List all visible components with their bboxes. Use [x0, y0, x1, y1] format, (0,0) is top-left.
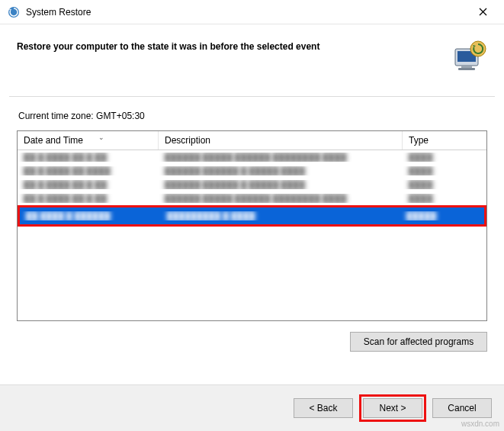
table-row-empty	[18, 281, 486, 295]
window-title: System Restore	[26, 7, 467, 18]
svg-rect-5	[461, 66, 472, 68]
table-body: ██ █ ████ ██ █ ██ ██████ █████ ██████ ██…	[18, 150, 486, 295]
column-date-label: Date and Time	[24, 135, 83, 146]
table-row[interactable]: ██ █ ████ ██ ████ ██████ ██████ █ █████ …	[18, 164, 486, 178]
table-row[interactable]: ██ █ ████ ██ █ ██ ██████ ██████ █ █████ …	[18, 178, 486, 191]
back-button[interactable]: < Back	[294, 398, 353, 418]
selected-row-highlight: ██ ████ █ ██████ █████████ █ ████ █████	[18, 205, 486, 227]
restore-hero-icon	[451, 38, 487, 75]
cell-desc: ██████ █████ ██████ ████████ ████	[159, 194, 403, 203]
table-row[interactable]: ██ █ ████ ██ █ ██ ██████ █████ ██████ ██…	[18, 191, 486, 205]
system-restore-icon	[8, 6, 20, 18]
column-date[interactable]: Date and Time ⌄	[18, 131, 159, 150]
table-row-empty	[18, 240, 486, 254]
cell-desc: ██████ ██████ █ █████ ████	[159, 166, 403, 175]
cell-date: ██ ████ █ ██████	[20, 211, 161, 220]
table-header: Date and Time ⌄ Description Type	[18, 131, 486, 150]
svg-rect-6	[458, 68, 475, 70]
next-button[interactable]: Next >	[363, 398, 422, 418]
timezone-label: Current time zone: GMT+05:30	[17, 111, 487, 121]
column-description[interactable]: Description	[159, 131, 403, 150]
wizard-header: Restore your computer to the state it wa…	[0, 24, 504, 96]
sort-indicator-icon: ⌄	[98, 133, 104, 141]
cancel-button[interactable]: Cancel	[432, 398, 492, 418]
cell-desc: █████████ █ ████	[161, 211, 400, 220]
table-row-selected[interactable]: ██ ████ █ ██████ █████████ █ ████ █████	[20, 207, 484, 224]
cell-type: █████	[400, 211, 484, 220]
table-row-empty	[18, 254, 486, 268]
table-row[interactable]: ██ █ ████ ██ █ ██ ██████ █████ ██████ ██…	[18, 150, 486, 164]
restore-points-table[interactable]: Date and Time ⌄ Description Type ██ █ ██…	[17, 130, 487, 321]
next-button-highlight: Next >	[359, 394, 426, 422]
cell-date: ██ █ ████ ██ █ ██	[18, 153, 159, 162]
cell-desc: ██████ █████ ██████ ████████ ████	[159, 153, 403, 162]
cell-type: ████	[403, 166, 486, 175]
cell-date: ██ █ ████ ██ █ ██	[18, 180, 159, 189]
scan-affected-programs-button[interactable]: Scan for affected programs	[350, 332, 487, 352]
cell-desc: ██████ ██████ █ █████ ████	[159, 180, 403, 189]
scan-row: Scan for affected programs	[17, 332, 487, 352]
column-type[interactable]: Type	[403, 131, 486, 150]
cell-date: ██ █ ████ ██ ████	[18, 166, 159, 175]
close-icon	[479, 8, 487, 16]
cell-date: ██ █ ████ ██ █ ██	[18, 194, 159, 203]
cell-type: ████	[403, 180, 486, 189]
table-row-empty	[18, 268, 486, 281]
close-button[interactable]	[467, 2, 498, 23]
wizard-footer: < Back Next > Cancel	[0, 384, 504, 431]
page-heading: Restore your computer to the state it wa…	[17, 38, 451, 52]
table-row-empty	[18, 227, 486, 240]
titlebar: System Restore	[0, 0, 504, 24]
cell-type: ████	[403, 194, 486, 203]
content-panel: Current time zone: GMT+05:30 Date and Ti…	[9, 96, 495, 378]
watermark: wsxdn.com	[461, 420, 499, 428]
cell-type: ████	[403, 153, 486, 162]
